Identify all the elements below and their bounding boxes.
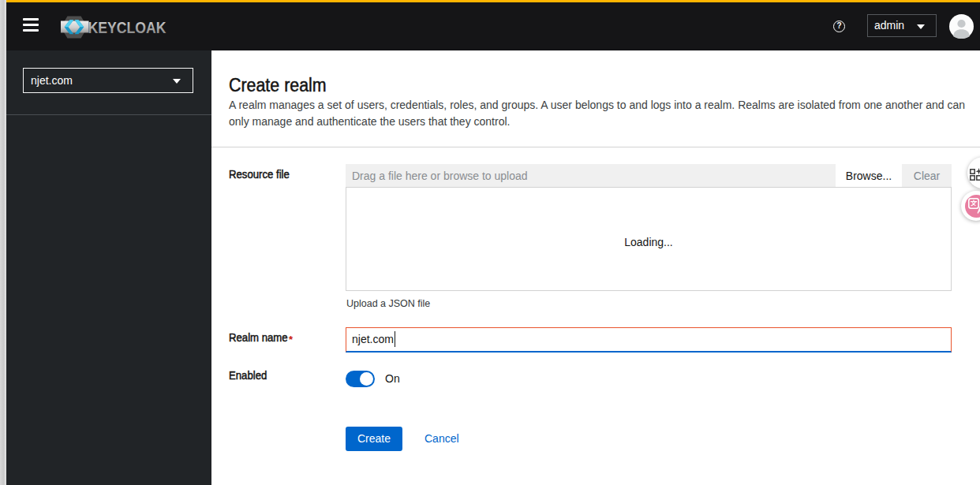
svg-text:KEYCLOAK: KEYCLOAK bbox=[88, 19, 166, 36]
